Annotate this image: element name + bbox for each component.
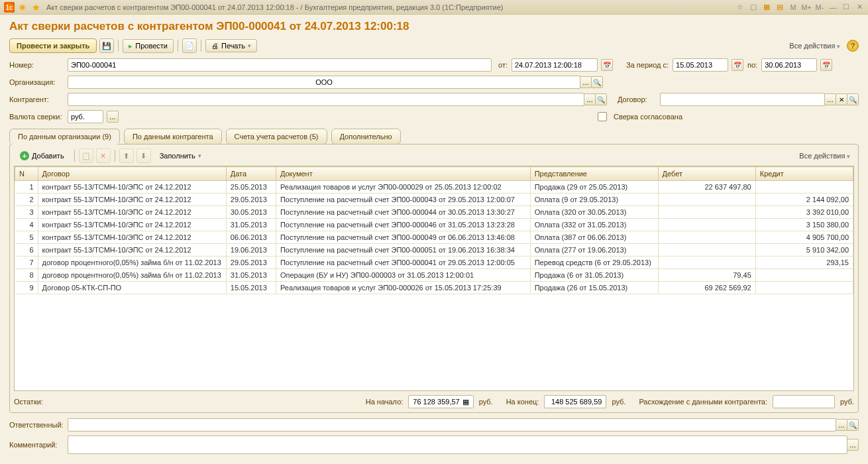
col-debit[interactable]: Дебет	[658, 167, 755, 181]
copy-button[interactable]: 📋	[79, 148, 93, 163]
fill-button[interactable]: Заполнить	[154, 149, 207, 162]
col-document[interactable]: Документ	[276, 167, 530, 181]
calendar-icon[interactable]: 📅	[732, 59, 743, 71]
maximize-icon[interactable]: ☐	[840, 2, 852, 13]
cell-credit: 3 392 010,00	[755, 206, 853, 219]
post-button[interactable]: ▸Провести	[123, 39, 174, 53]
calc-icon[interactable]: ▦	[761, 2, 773, 13]
cell-document: Поступление на расчетный счет ЭП00-00004…	[276, 257, 530, 269]
close-icon[interactable]: ✕	[853, 2, 865, 13]
ellipsis-icon[interactable]: …	[824, 93, 836, 105]
panel-all-actions-button[interactable]: Все действия	[795, 150, 854, 162]
table-row[interactable]: 8договор процентного(0,05%) займа б/н от…	[15, 269, 853, 282]
cell-document: Поступление на расчетный счет ЭП00-00004…	[276, 194, 530, 206]
comment-label: Комментарий:	[9, 441, 64, 449]
search-icon[interactable]: 🔍	[847, 419, 859, 431]
move-down-button[interactable]: ⬇	[136, 148, 151, 163]
cell-n: 4	[15, 219, 38, 231]
calendar-icon[interactable]: ▤	[774, 2, 786, 13]
m-icon[interactable]: M	[787, 2, 799, 13]
search-icon[interactable]: 🔍	[595, 93, 607, 105]
ellipsis-icon[interactable]: …	[836, 419, 847, 431]
window-titlebar: 1c ◉ ★ Акт сверки расчетов с контрагенто…	[0, 0, 868, 15]
post-label: Провести	[135, 42, 168, 50]
tab-org-data[interactable]: По данным организации (9)	[9, 129, 120, 145]
help-button[interactable]: ?	[847, 40, 859, 52]
cell-credit: 5 910 342,00	[755, 244, 853, 257]
move-up-button[interactable]: ⬆	[119, 148, 134, 163]
table-row[interactable]: 9Договор 05-КТК-СП-ПО15.05.2013Реализаци…	[15, 282, 853, 294]
col-date[interactable]: Дата	[226, 167, 276, 181]
search-icon[interactable]: 🔍	[847, 93, 859, 105]
tab-counterparty-data[interactable]: По данным контрагента	[124, 129, 222, 145]
org-input[interactable]: ООО	[68, 76, 580, 89]
col-contract[interactable]: Договор	[38, 167, 226, 181]
ellipsis-icon[interactable]: …	[107, 111, 119, 123]
cell-date: 29.05.2013	[226, 194, 276, 206]
org-value: ООО	[315, 78, 333, 86]
table-row[interactable]: 5контракт 55-13/ТСМН-10/ЭПС от 24.12.201…	[15, 231, 853, 244]
table-row[interactable]: 4контракт 55-13/ТСМН-10/ЭПС от 24.12.201…	[15, 219, 853, 231]
search-icon[interactable]: 🔍	[591, 76, 603, 88]
cell-date: 15.05.2013	[226, 282, 276, 294]
all-actions-button[interactable]: Все действия	[785, 40, 844, 52]
dropdown-icon[interactable]: ◉	[17, 2, 28, 13]
currency-input[interactable]: руб.	[68, 110, 103, 123]
end-label: На конец:	[506, 398, 539, 406]
col-n[interactable]: N	[15, 167, 38, 181]
end-value: 148 525 689,59	[551, 398, 602, 406]
calendar-icon[interactable]: 📅	[820, 59, 832, 71]
table-row[interactable]: 1контракт 55-13/ТСМН-10/ЭПС от 24.12.201…	[15, 181, 853, 194]
favorite-icon[interactable]: ★	[30, 2, 41, 13]
clear-icon[interactable]: ✕	[836, 93, 847, 105]
add-button[interactable]: +Добавить	[14, 148, 70, 163]
tab-additional[interactable]: Дополнительно	[331, 129, 401, 145]
date-from-input[interactable]: 24.07.2013 12:00:18	[512, 58, 598, 72]
fav-star-icon[interactable]: ☆	[734, 2, 746, 13]
print-button[interactable]: 🖨Печать	[205, 39, 257, 52]
comment-input[interactable]	[68, 435, 847, 454]
separator	[118, 40, 119, 52]
post-and-close-button[interactable]: Провести и закрыть	[9, 38, 97, 53]
window-title: Акт сверки расчетов с контрагентом ЭП00-…	[46, 3, 734, 11]
save-button[interactable]: 💾	[99, 38, 114, 53]
ellipsis-icon[interactable]: …	[847, 439, 859, 451]
table-row[interactable]: 3контракт 55-13/ТСМН-10/ЭПС от 24.12.201…	[15, 206, 853, 219]
agreed-checkbox[interactable]	[598, 112, 607, 121]
cell-representation: Оплата (320 от 30.05.2013)	[530, 206, 658, 219]
period-from-input[interactable]: 15.05.2013	[673, 58, 728, 72]
cell-contract: контракт 55-13/ТСМН-10/ЭПС от 24.12.2012	[38, 244, 226, 257]
delete-button[interactable]: ✕	[96, 148, 111, 163]
tabs: По данным организации (9) По данным конт…	[9, 129, 859, 145]
tab-accounts[interactable]: Счета учета расчетов (5)	[226, 129, 327, 145]
cell-debit: 79,45	[658, 269, 755, 282]
box-icon[interactable]: ▢	[747, 2, 759, 13]
ellipsis-icon[interactable]: …	[584, 93, 596, 105]
agreed-label: Сверка согласована	[614, 113, 682, 121]
table-row[interactable]: 6контракт 55-13/ТСМН-10/ЭПС от 24.12.201…	[15, 244, 853, 257]
calendar-icon[interactable]: 📅	[601, 59, 613, 71]
currency-value: руб.	[71, 113, 85, 121]
calc-icon[interactable]: ▦	[462, 398, 469, 406]
cell-document: Поступление на расчетный счет ЭП00-00004…	[276, 219, 530, 231]
period-to-input[interactable]: 30.06.2013	[761, 58, 817, 72]
col-credit[interactable]: Кредит	[755, 167, 853, 181]
cell-contract: контракт 55-13/ТСМН-10/ЭПС от 24.12.2012	[38, 206, 226, 219]
ellipsis-icon[interactable]: …	[580, 76, 592, 88]
table-row[interactable]: 7договор процентного(0,05%) займа б/н от…	[15, 257, 853, 269]
cell-representation: Продажа (26 от 15.05.2013)	[530, 282, 658, 294]
document-button[interactable]: 📄	[182, 38, 197, 53]
contract-input[interactable]	[660, 93, 825, 106]
col-representation[interactable]: Представление	[530, 167, 658, 181]
responsible-input[interactable]	[68, 418, 836, 432]
cell-contract: договор процентного(0,05%) займа б/н от …	[38, 269, 226, 282]
cell-document: Поступление на расчетный счет ЭП00-00005…	[276, 244, 530, 257]
minimize-icon[interactable]: —	[827, 2, 839, 13]
table-row[interactable]: 2контракт 55-13/ТСМН-10/ЭПС от 24.12.201…	[15, 194, 853, 206]
period-from-value: 15.05.2013	[676, 61, 712, 69]
number-input[interactable]: ЭП00-000041	[68, 58, 492, 72]
m-minus-icon[interactable]: M-	[814, 2, 826, 13]
m-plus-icon[interactable]: M+	[800, 2, 812, 13]
data-grid[interactable]: N Договор Дата Документ Представление Де…	[14, 166, 854, 391]
counterparty-input[interactable]	[68, 93, 584, 106]
